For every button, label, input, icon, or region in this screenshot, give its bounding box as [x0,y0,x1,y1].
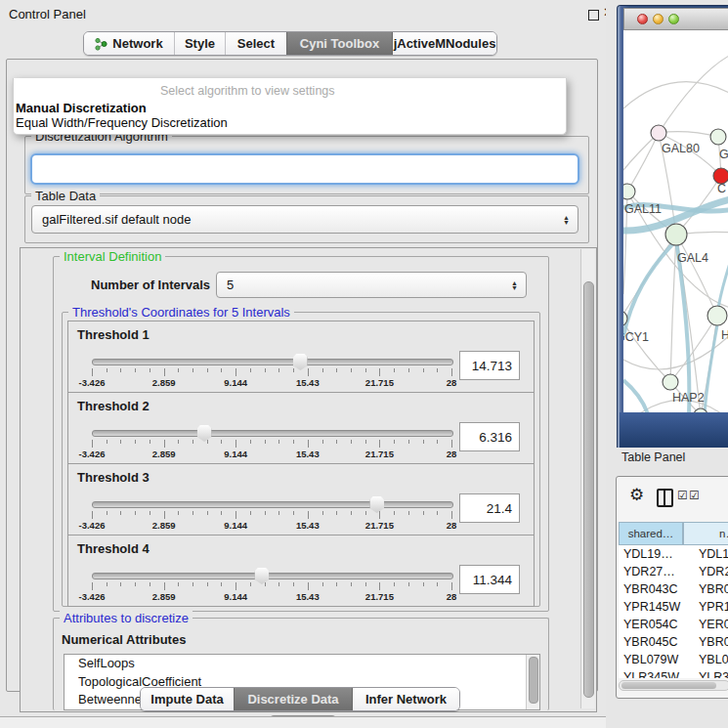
table-row[interactable]: YPR145WYPR1… [619,599,728,617]
network-node[interactable] [651,125,666,141]
cell-name[interactable]: YLR3… [699,670,728,678]
combo-arrows-icon: ▲▼ [510,280,519,290]
cell-name[interactable]: YBR0… [699,582,728,596]
attributes-scrollbar-thumb[interactable] [529,657,538,704]
table-row[interactable]: YLR345WYLR3… [619,669,728,678]
threshold-4-value[interactable]: 11.344 [459,565,520,594]
network-node[interactable] [665,224,687,245]
threshold-2-slider[interactable] [92,430,453,437]
tab-discretize-data[interactable]: Discretize Data [234,688,352,710]
tick-mark [178,582,179,586]
cell-name[interactable]: YDL1… [699,547,728,561]
table-horizontal-scrollbar[interactable] [619,680,728,691]
cell-shared-name[interactable]: YBL079W [623,653,678,666]
settings-scrollbar-thumb[interactable] [583,281,594,698]
threshold-1-slider[interactable] [92,359,453,365]
cell-shared-name[interactable]: YDR27… [623,565,675,578]
tab-cyni-toolbox[interactable]: Cyni Toolbox [286,32,392,55]
tab-impute-data[interactable]: Impute Data [141,688,234,710]
column-header-shared-name[interactable]: shared… [619,522,683,545]
network-edge-thick[interactable] [623,240,676,336]
tick-mark [250,440,251,444]
cell-shared-name[interactable]: YDL19… [623,547,673,561]
table-data-combobox[interactable]: galFiltered.sif default node ▲▼ [31,205,578,234]
tick-mark [107,511,107,515]
table-panel-title: Table Panel [621,450,685,464]
network-window-titlebar[interactable] [623,8,728,30]
panel-bottom-strip [0,717,606,728]
threshold-1-value[interactable]: 14.713 [459,351,520,380]
network-icon [95,37,107,51]
network-node[interactable] [707,306,727,325]
network-edge-thick[interactable] [623,380,648,412]
threshold-3-value[interactable]: 21.4 [459,493,520,523]
tick-label: 21.715 [365,377,394,388]
cell-name[interactable]: YPR1… [699,600,728,614]
attributes-scrollbar[interactable] [526,655,539,709]
tick-mark [250,511,251,515]
tick-mark [351,368,352,372]
tick-mark [451,368,452,376]
network-edge[interactable] [659,132,718,137]
table-row[interactable]: YBR045CYBR0… [619,634,728,652]
checkbox-icon[interactable]: ☑ [677,490,688,501]
cell-name[interactable]: YDR2… [699,565,728,578]
cell-name[interactable]: YBL0… [699,653,728,666]
tick-mark [394,511,395,515]
cell-name[interactable]: YER0… [699,618,728,631]
tick-mark [308,440,309,448]
float-window-icon[interactable] [588,10,599,21]
cell-shared-name[interactable]: YBR045C [623,635,678,649]
network-node[interactable] [623,184,635,199]
checkbox-icon[interactable]: ☑ [689,490,700,501]
cell-shared-name[interactable]: YLR345W [623,670,679,678]
tick-mark [135,511,136,515]
network-node[interactable] [710,129,726,145]
slider-tick-labels: -3.4262.8599.14415.4321.71528 [92,449,451,460]
columns-icon[interactable] [657,489,673,507]
settings-scroll-panel: Interval Definition Number of Intervals … [20,247,597,712]
tick-mark [278,368,279,372]
network-edge-thick[interactable] [676,240,689,412]
tick-mark [265,440,266,444]
popup-item-equal-width-frequency[interactable]: Equal Width/Frequency Discretization [16,115,228,130]
table-row[interactable]: YDR27…YDR2… [619,564,728,581]
gear-icon[interactable]: ⚙ [629,487,644,503]
network-node[interactable] [663,374,678,390]
network-edge[interactable] [659,53,728,133]
zoom-traffic-light[interactable] [668,14,679,24]
close-traffic-light[interactable] [637,14,648,24]
minimize-traffic-light[interactable] [653,14,664,24]
network-edge[interactable] [670,235,676,382]
table-row[interactable]: YDL19…YDL1… [619,546,728,564]
number-of-intervals-combobox[interactable]: 5 ▲▼ [216,272,527,298]
table-scrollbar-thumb[interactable] [621,682,716,689]
threshold-2-value[interactable]: 6.316 [459,422,520,451]
threshold-4-slider[interactable] [92,573,453,579]
network-edge[interactable] [627,133,659,192]
network-edge-thick[interactable] [705,325,717,412]
tab-style[interactable]: Style [174,32,225,55]
network-edge[interactable] [623,82,728,108]
tab-network[interactable]: Network [84,32,174,55]
tab-select[interactable]: Select [225,32,286,55]
table-row[interactable]: YBL079WYBL0… [619,652,728,669]
cell-name[interactable]: YBR0… [699,635,728,649]
column-header-name[interactable]: n… [683,522,728,545]
table-row[interactable]: YBR043CYBR0… [619,581,728,599]
cell-shared-name[interactable]: YBR043C [623,582,678,596]
tab-jactivemnodules[interactable]: jActiveMNodules [392,32,496,55]
network-edge[interactable] [623,319,670,382]
popup-item-manual-discretization[interactable]: Manual Discretization [16,101,147,115]
attribute-list-item[interactable]: SelfLoops [64,655,539,673]
cell-shared-name[interactable]: YER054C [623,618,678,631]
table-rows: YDL19…YDL1…YDR27…YDR2…YBR043CYBR0…YPR145… [619,546,728,678]
tab-infer-network[interactable]: Infer Network [352,688,459,710]
algorithm-combobox[interactable] [30,153,579,185]
settings-scrollbar[interactable] [580,249,595,708]
table-row[interactable]: YER054CYER0… [619,617,728,634]
tick-mark [308,511,309,519]
threshold-3-slider[interactable] [92,501,453,508]
cell-shared-name[interactable]: YPR145W [623,600,680,614]
network-canvas[interactable]: GAL80GACGAL11GAL4GCY1HHAP2 [623,30,728,412]
